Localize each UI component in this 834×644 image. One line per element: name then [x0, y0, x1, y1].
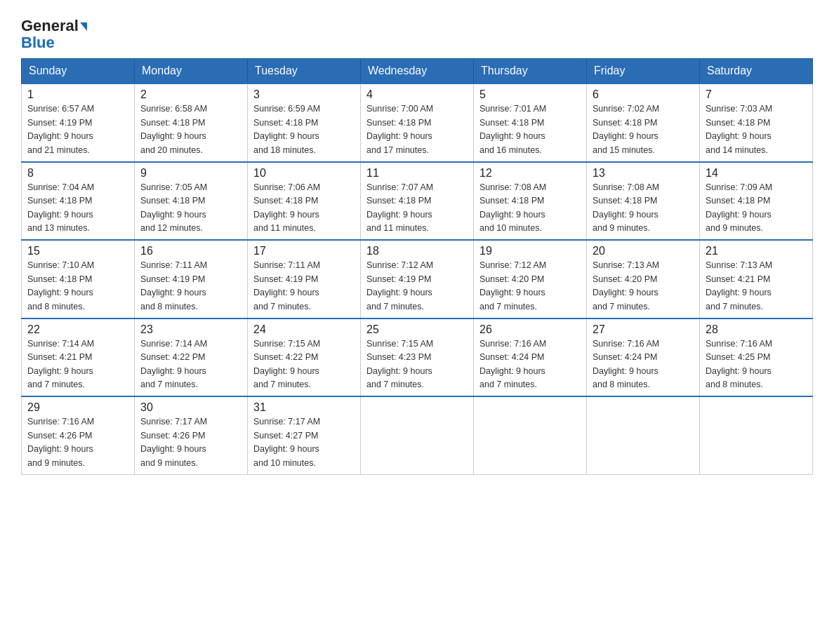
- calendar-cell: 10 Sunrise: 7:06 AM Sunset: 4:18 PM Dayl…: [248, 162, 361, 241]
- day-info: Sunrise: 7:16 AM Sunset: 4:24 PM Dayligh…: [479, 337, 581, 392]
- day-info: Sunrise: 7:15 AM Sunset: 4:22 PM Dayligh…: [253, 337, 355, 392]
- day-number: 5: [479, 88, 581, 101]
- calendar-cell: 30 Sunrise: 7:17 AM Sunset: 4:26 PM Dayl…: [135, 396, 248, 474]
- calendar-cell: [587, 396, 700, 474]
- calendar-cell: 17 Sunrise: 7:11 AM Sunset: 4:19 PM Dayl…: [248, 240, 361, 318]
- day-number: 20: [593, 245, 694, 257]
- day-number: 25: [366, 323, 468, 336]
- day-number: 18: [366, 245, 468, 257]
- day-info: Sunrise: 6:57 AM Sunset: 4:19 PM Dayligh…: [27, 102, 128, 157]
- day-info: Sunrise: 7:07 AM Sunset: 4:18 PM Dayligh…: [366, 181, 468, 236]
- day-info: Sunrise: 7:11 AM Sunset: 4:19 PM Dayligh…: [253, 259, 355, 314]
- day-info: Sunrise: 7:12 AM Sunset: 4:19 PM Dayligh…: [366, 259, 468, 314]
- day-number: 27: [593, 323, 694, 336]
- calendar-cell: 11 Sunrise: 7:07 AM Sunset: 4:18 PM Dayl…: [361, 162, 474, 241]
- calendar-cell: 3 Sunrise: 6:59 AM Sunset: 4:18 PM Dayli…: [248, 83, 361, 162]
- day-info: Sunrise: 6:58 AM Sunset: 4:18 PM Dayligh…: [140, 102, 241, 157]
- day-number: 12: [479, 167, 581, 180]
- calendar-cell: 18 Sunrise: 7:12 AM Sunset: 4:19 PM Dayl…: [361, 240, 474, 318]
- calendar-table: SundayMondayTuesdayWednesdayThursdayFrid…: [21, 58, 813, 475]
- day-number: 4: [366, 88, 468, 101]
- calendar-cell: 5 Sunrise: 7:01 AM Sunset: 4:18 PM Dayli…: [474, 83, 587, 162]
- day-number: 10: [253, 167, 355, 180]
- calendar-cell: 4 Sunrise: 7:00 AM Sunset: 4:18 PM Dayli…: [361, 83, 474, 162]
- day-info: Sunrise: 7:05 AM Sunset: 4:18 PM Dayligh…: [140, 181, 241, 236]
- week-row-2: 8 Sunrise: 7:04 AM Sunset: 4:18 PM Dayli…: [22, 162, 813, 241]
- week-row-4: 22 Sunrise: 7:14 AM Sunset: 4:21 PM Dayl…: [22, 318, 813, 397]
- calendar-cell: [700, 396, 813, 474]
- day-number: 17: [253, 245, 355, 257]
- day-info: Sunrise: 7:17 AM Sunset: 4:26 PM Dayligh…: [140, 415, 241, 470]
- calendar-cell: 23 Sunrise: 7:14 AM Sunset: 4:22 PM Dayl…: [135, 318, 248, 397]
- day-info: Sunrise: 7:15 AM Sunset: 4:23 PM Dayligh…: [366, 337, 468, 392]
- day-info: Sunrise: 7:06 AM Sunset: 4:18 PM Dayligh…: [253, 181, 355, 236]
- calendar-cell: 15 Sunrise: 7:10 AM Sunset: 4:18 PM Dayl…: [22, 240, 135, 318]
- calendar-header-friday: Friday: [587, 59, 700, 84]
- day-number: 15: [27, 245, 128, 257]
- day-info: Sunrise: 7:13 AM Sunset: 4:21 PM Dayligh…: [706, 259, 807, 314]
- calendar-cell: 14 Sunrise: 7:09 AM Sunset: 4:18 PM Dayl…: [700, 162, 813, 241]
- day-info: Sunrise: 7:04 AM Sunset: 4:18 PM Dayligh…: [27, 181, 128, 236]
- day-info: Sunrise: 7:16 AM Sunset: 4:24 PM Dayligh…: [593, 337, 694, 392]
- calendar-cell: 19 Sunrise: 7:12 AM Sunset: 4:20 PM Dayl…: [474, 240, 587, 318]
- calendar-cell: 29 Sunrise: 7:16 AM Sunset: 4:26 PM Dayl…: [22, 396, 135, 474]
- calendar-cell: 6 Sunrise: 7:02 AM Sunset: 4:18 PM Dayli…: [587, 83, 700, 162]
- day-number: 19: [479, 245, 581, 257]
- logo-general: General: [21, 17, 79, 34]
- calendar-cell: 1 Sunrise: 6:57 AM Sunset: 4:19 PM Dayli…: [22, 83, 135, 162]
- day-info: Sunrise: 7:16 AM Sunset: 4:25 PM Dayligh…: [706, 337, 807, 392]
- day-number: 6: [593, 88, 694, 101]
- calendar-cell: 20 Sunrise: 7:13 AM Sunset: 4:20 PM Dayl…: [587, 240, 700, 318]
- calendar-cell: [474, 396, 587, 474]
- calendar-header-thursday: Thursday: [474, 59, 587, 84]
- day-info: Sunrise: 7:14 AM Sunset: 4:21 PM Dayligh…: [27, 337, 128, 392]
- calendar-cell: 24 Sunrise: 7:15 AM Sunset: 4:22 PM Dayl…: [248, 318, 361, 397]
- calendar-header-row: SundayMondayTuesdayWednesdayThursdayFrid…: [22, 59, 813, 84]
- calendar-header-saturday: Saturday: [700, 59, 813, 84]
- calendar-cell: 12 Sunrise: 7:08 AM Sunset: 4:18 PM Dayl…: [474, 162, 587, 241]
- calendar-cell: 8 Sunrise: 7:04 AM Sunset: 4:18 PM Dayli…: [22, 162, 135, 241]
- day-info: Sunrise: 7:17 AM Sunset: 4:27 PM Dayligh…: [253, 415, 355, 470]
- calendar-cell: 27 Sunrise: 7:16 AM Sunset: 4:24 PM Dayl…: [587, 318, 700, 397]
- day-number: 22: [27, 323, 128, 336]
- day-number: 23: [140, 323, 241, 336]
- calendar-cell: 26 Sunrise: 7:16 AM Sunset: 4:24 PM Dayl…: [474, 318, 587, 397]
- calendar-cell: 16 Sunrise: 7:11 AM Sunset: 4:19 PM Dayl…: [135, 240, 248, 318]
- day-number: 24: [253, 323, 355, 336]
- logo-blue: Blue: [21, 34, 55, 51]
- day-number: 3: [253, 88, 355, 101]
- calendar-header-wednesday: Wednesday: [361, 59, 474, 84]
- day-info: Sunrise: 7:12 AM Sunset: 4:20 PM Dayligh…: [479, 259, 581, 314]
- calendar-header-tuesday: Tuesday: [248, 59, 361, 84]
- day-number: 8: [27, 167, 128, 180]
- day-number: 29: [27, 401, 128, 414]
- day-info: Sunrise: 7:08 AM Sunset: 4:18 PM Dayligh…: [479, 181, 581, 236]
- day-info: Sunrise: 7:16 AM Sunset: 4:26 PM Dayligh…: [27, 415, 128, 470]
- day-info: Sunrise: 7:03 AM Sunset: 4:18 PM Dayligh…: [706, 102, 807, 157]
- day-number: 7: [706, 88, 807, 101]
- day-info: Sunrise: 7:08 AM Sunset: 4:18 PM Dayligh…: [593, 181, 694, 236]
- calendar-cell: 22 Sunrise: 7:14 AM Sunset: 4:21 PM Dayl…: [22, 318, 135, 397]
- day-number: 31: [253, 401, 355, 414]
- calendar-cell: 31 Sunrise: 7:17 AM Sunset: 4:27 PM Dayl…: [248, 396, 361, 474]
- calendar-cell: 25 Sunrise: 7:15 AM Sunset: 4:23 PM Dayl…: [361, 318, 474, 397]
- page-header: General Blue: [21, 14, 813, 51]
- day-number: 26: [479, 323, 581, 336]
- logo: General Blue: [21, 14, 87, 51]
- day-number: 16: [140, 245, 241, 257]
- day-number: 21: [706, 245, 807, 257]
- logo-arrow-icon: [80, 22, 87, 31]
- week-row-3: 15 Sunrise: 7:10 AM Sunset: 4:18 PM Dayl…: [22, 240, 813, 318]
- calendar-cell: [361, 396, 474, 474]
- day-info: Sunrise: 7:13 AM Sunset: 4:20 PM Dayligh…: [593, 259, 694, 314]
- day-number: 1: [27, 88, 128, 101]
- day-info: Sunrise: 7:00 AM Sunset: 4:18 PM Dayligh…: [366, 102, 468, 157]
- calendar-cell: 21 Sunrise: 7:13 AM Sunset: 4:21 PM Dayl…: [700, 240, 813, 318]
- calendar-cell: 9 Sunrise: 7:05 AM Sunset: 4:18 PM Dayli…: [135, 162, 248, 241]
- day-info: Sunrise: 6:59 AM Sunset: 4:18 PM Dayligh…: [253, 102, 355, 157]
- day-info: Sunrise: 7:11 AM Sunset: 4:19 PM Dayligh…: [140, 259, 241, 314]
- day-info: Sunrise: 7:10 AM Sunset: 4:18 PM Dayligh…: [27, 259, 128, 314]
- day-number: 30: [140, 401, 241, 414]
- week-row-1: 1 Sunrise: 6:57 AM Sunset: 4:19 PM Dayli…: [22, 83, 813, 162]
- day-number: 11: [366, 167, 468, 180]
